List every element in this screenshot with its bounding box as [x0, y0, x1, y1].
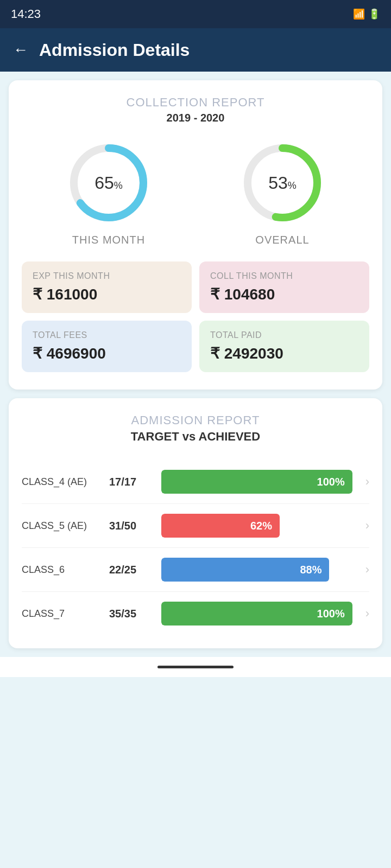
admission-row[interactable]: CLASS_6 22/25 88% ›: [22, 548, 369, 592]
main-content: COLLECTION REPORT 2019 - 2020 65% THIS M…: [0, 80, 391, 648]
percent-label: 100%: [317, 476, 345, 488]
status-icons: 📶 🔋: [353, 8, 380, 20]
progress-bar-container: 100%: [161, 470, 352, 494]
chevron-right-icon: ›: [365, 519, 369, 533]
progress-bar-container: 100%: [161, 602, 352, 626]
overall-percent: 53%: [268, 173, 297, 193]
signal-icon: 📶: [353, 8, 365, 20]
coll-this-month-card: COLL THIS MONTH ₹ 104680: [199, 261, 369, 313]
progress-bar-fill: 100%: [161, 602, 352, 626]
overall-chart: 53% OVERALL: [239, 139, 326, 246]
coll-this-month-value: ₹ 104680: [210, 285, 358, 303]
progress-bar-container: 62%: [161, 514, 352, 538]
home-indicator: [0, 657, 391, 677]
exp-this-month-value: ₹ 161000: [33, 285, 181, 303]
count-label: 35/35: [109, 608, 153, 620]
battery-icon: 🔋: [368, 8, 380, 20]
status-bar: 14:23 📶 🔋: [0, 0, 391, 28]
progress-bar-fill: 100%: [161, 470, 352, 494]
progress-bar-container: 88%: [161, 558, 352, 582]
count-label: 31/50: [109, 520, 153, 532]
progress-bar-fill: 88%: [161, 558, 329, 582]
this-month-percent: 65%: [94, 173, 123, 193]
page-title: Admission Details: [39, 40, 190, 60]
class-label: CLASS_7: [22, 608, 100, 620]
admission-report-subtitle: TARGET vs ACHIEVED: [22, 430, 369, 444]
admission-row[interactable]: CLASS_5 (AE) 31/50 62% ›: [22, 504, 369, 548]
admission-row[interactable]: CLASS_4 (AE) 17/17 100% ›: [22, 460, 369, 504]
total-paid-label: TOTAL PAID: [210, 330, 358, 340]
count-label: 17/17: [109, 476, 153, 488]
percent-label: 100%: [317, 608, 345, 620]
admission-row[interactable]: CLASS_7 35/35 100% ›: [22, 592, 369, 635]
overall-donut: 53%: [239, 139, 326, 226]
total-paid-value: ₹ 2492030: [210, 344, 358, 362]
percent-label: 62%: [250, 520, 272, 532]
overall-label: OVERALL: [255, 234, 309, 246]
stats-grid: EXP THIS MONTH ₹ 161000 COLL THIS MONTH …: [22, 261, 369, 372]
class-label: CLASS_6: [22, 564, 100, 576]
coll-this-month-label: COLL THIS MONTH: [210, 271, 358, 281]
admission-rows-container: CLASS_4 (AE) 17/17 100% › CLASS_5 (AE) 3…: [22, 460, 369, 635]
total-fees-card: TOTAL FEES ₹ 4696900: [22, 321, 192, 372]
percent-label: 88%: [300, 564, 321, 576]
charts-row: 65% THIS MONTH 53% OVERALL: [22, 139, 369, 246]
back-button[interactable]: ←: [13, 41, 28, 59]
exp-this-month-label: EXP THIS MONTH: [33, 271, 181, 281]
collection-report-card: COLLECTION REPORT 2019 - 2020 65% THIS M…: [9, 80, 382, 390]
exp-this-month-card: EXP THIS MONTH ₹ 161000: [22, 261, 192, 313]
count-label: 22/25: [109, 564, 153, 576]
class-label: CLASS_4 (AE): [22, 476, 100, 488]
time: 14:23: [11, 7, 41, 21]
collection-report-title: COLLECTION REPORT: [22, 95, 369, 110]
this-month-donut: 65%: [65, 139, 152, 226]
class-label: CLASS_5 (AE): [22, 520, 100, 532]
progress-bar-fill: 62%: [161, 514, 280, 538]
collection-report-year: 2019 - 2020: [22, 112, 369, 124]
total-fees-label: TOTAL FEES: [33, 330, 181, 340]
admission-report-card: ADMISSION REPORT TARGET vs ACHIEVED CLAS…: [9, 398, 382, 648]
chevron-right-icon: ›: [365, 563, 369, 577]
home-bar: [157, 666, 234, 668]
admission-report-title: ADMISSION REPORT: [22, 413, 369, 427]
this-month-label: THIS MONTH: [72, 234, 145, 246]
total-fees-value: ₹ 4696900: [33, 344, 181, 362]
this-month-chart: 65% THIS MONTH: [65, 139, 152, 246]
chevron-right-icon: ›: [365, 475, 369, 489]
app-header: ← Admission Details: [0, 28, 391, 72]
chevron-right-icon: ›: [365, 607, 369, 621]
total-paid-card: TOTAL PAID ₹ 2492030: [199, 321, 369, 372]
